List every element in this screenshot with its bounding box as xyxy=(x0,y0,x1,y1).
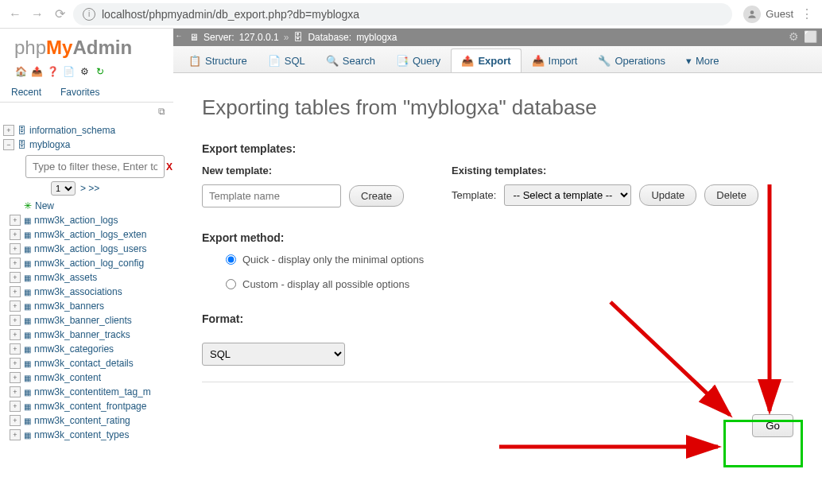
sidebar: phpMyAdmin 🏠 📤 ❓ 📄 ⚙ ↻ Recent Favorites … xyxy=(0,29,173,504)
tree-table[interactable]: +▦nmw3k_assets xyxy=(10,270,173,285)
tree-table[interactable]: +▦nmw3k_banners xyxy=(10,299,173,313)
table-icon: ▦ xyxy=(24,374,31,382)
tab-operations[interactable]: 🔧Operations xyxy=(587,48,676,72)
custom-option[interactable]: Custom - display all possible options xyxy=(226,278,793,290)
logout-icon[interactable]: 📤 xyxy=(30,65,43,78)
format-select[interactable]: SQL xyxy=(202,343,345,366)
tree-new[interactable]: ✳ New xyxy=(10,199,173,213)
tree-table[interactable]: +▦nmw3k_contentitem_tag_m xyxy=(10,385,173,399)
tree-table[interactable]: +▦nmw3k_content xyxy=(10,370,173,385)
expand-icon[interactable]: + xyxy=(10,372,21,383)
expand-icon[interactable]: + xyxy=(10,358,21,369)
tree-db-myblogxa[interactable]: − 🗄 myblogxa xyxy=(3,138,173,152)
settings-icon[interactable]: ⚙ xyxy=(78,65,91,78)
export-icon: 📤 xyxy=(461,55,474,67)
url-text: localhost/phpmyadmin/db_export.php?db=my… xyxy=(102,8,359,21)
tree-table[interactable]: +▦nmw3k_content_frontpage xyxy=(10,399,173,413)
address-bar[interactable]: i localhost/phpmyadmin/db_export.php?db=… xyxy=(73,3,732,25)
logo[interactable]: phpMyAdmin xyxy=(0,29,173,64)
gear-icon[interactable]: ⚙ xyxy=(789,30,799,43)
tree-table[interactable]: +▦nmw3k_banner_tracks xyxy=(10,328,173,342)
create-button[interactable]: Create xyxy=(349,185,404,207)
tree-table[interactable]: +▦nmw3k_categories xyxy=(10,342,173,356)
table-icon: ▦ xyxy=(24,417,31,425)
clear-filter[interactable]: X xyxy=(166,161,173,173)
expand-icon[interactable]: + xyxy=(10,315,21,326)
docs-icon[interactable]: ❓ xyxy=(46,65,59,78)
menu-button[interactable]: ⋮ xyxy=(798,6,816,23)
table-icon: ▦ xyxy=(24,273,31,282)
tree-table[interactable]: +▦nmw3k_content_rating xyxy=(10,413,173,428)
expand-icon[interactable]: + xyxy=(10,401,21,412)
tab-recent[interactable]: Recent xyxy=(3,83,49,102)
tab-search[interactable]: 🔍Search xyxy=(316,48,386,72)
table-icon: ▦ xyxy=(24,302,31,311)
expand-icon[interactable]: + xyxy=(10,415,21,426)
tree-db-info-schema[interactable]: + 🗄 information_schema xyxy=(3,123,173,138)
method-header: Export method: xyxy=(202,231,793,244)
tree-table[interactable]: +▦nmw3k_contact_details xyxy=(10,356,173,370)
server-link[interactable]: 127.0.0.1 xyxy=(239,32,279,43)
tree-table[interactable]: +▦nmw3k_content_types xyxy=(10,428,173,442)
link-icon[interactable]: ⧉ xyxy=(0,103,173,120)
help-icon[interactable]: ⬜ xyxy=(804,30,817,43)
tree-table[interactable]: +▦nmw3k_action_logs xyxy=(10,213,173,227)
expand-icon[interactable]: + xyxy=(10,286,21,297)
reload-icon[interactable]: ↻ xyxy=(94,65,107,78)
table-icon: ▦ xyxy=(24,231,31,239)
pager-next[interactable]: > >> xyxy=(80,183,99,194)
tree-table[interactable]: +▦nmw3k_associations xyxy=(10,285,173,299)
page-select[interactable]: 1 xyxy=(51,181,76,196)
back-button[interactable]: ← xyxy=(6,6,24,23)
tab-sql[interactable]: 📄SQL xyxy=(258,48,316,72)
tree-table[interactable]: +▦nmw3k_action_logs_exten xyxy=(10,227,173,242)
collapse-icon[interactable]: − xyxy=(3,139,14,150)
forward-button[interactable]: → xyxy=(29,6,46,23)
tab-export[interactable]: 📤Export xyxy=(451,48,521,72)
update-button[interactable]: Update xyxy=(639,184,696,206)
site-info-icon[interactable]: i xyxy=(83,8,95,21)
content-area: ← 🖥 Server: 127.0.0.1 » 🗄 Database: mybl… xyxy=(173,29,822,504)
top-tabs: 📋Structure 📄SQL 🔍Search 📑Query 📤Export 📥… xyxy=(173,46,822,73)
collapse-sidebar[interactable]: ← xyxy=(173,29,184,43)
reload-button[interactable]: ⟳ xyxy=(51,6,68,23)
expand-icon[interactable]: + xyxy=(10,243,21,254)
tab-favorites[interactable]: Favorites xyxy=(52,83,107,102)
template-name-input[interactable] xyxy=(202,184,341,207)
sidebar-tabs: Recent Favorites xyxy=(0,83,173,103)
expand-icon[interactable]: + xyxy=(10,300,21,312)
tree-table[interactable]: +▦nmw3k_banner_clients xyxy=(10,313,173,328)
custom-radio[interactable] xyxy=(226,279,236,289)
expand-icon[interactable]: + xyxy=(10,272,21,283)
expand-icon[interactable]: + xyxy=(10,429,21,440)
tab-structure[interactable]: 📋Structure xyxy=(178,48,258,72)
expand-icon[interactable]: + xyxy=(10,343,21,355)
expand-icon[interactable]: + xyxy=(10,229,21,240)
export-panel: Exporting tables from "myblogxa" databas… xyxy=(173,73,822,504)
tab-more[interactable]: ▾More xyxy=(676,48,730,72)
table-icon: ▦ xyxy=(24,259,31,268)
tab-import[interactable]: 📥Import xyxy=(522,48,588,72)
db-link[interactable]: myblogxa xyxy=(356,32,397,43)
quick-radio[interactable] xyxy=(226,254,236,265)
expand-icon[interactable]: + xyxy=(10,258,21,269)
go-button[interactable]: Go xyxy=(752,414,793,437)
filter-input[interactable] xyxy=(25,155,165,178)
tree-table[interactable]: +▦nmw3k_action_log_config xyxy=(10,256,173,270)
template-select[interactable]: -- Select a template -- xyxy=(504,184,631,206)
tree-table[interactable]: +▦nmw3k_action_logs_users xyxy=(10,242,173,256)
expand-icon[interactable]: + xyxy=(10,329,21,340)
home-icon[interactable]: 🏠 xyxy=(14,65,27,78)
delete-button[interactable]: Delete xyxy=(704,184,758,206)
profile-chip[interactable]: Guest xyxy=(743,6,793,23)
templates-header: Export templates: xyxy=(202,142,793,155)
quick-option[interactable]: Quick - display only the minimal options xyxy=(226,254,793,266)
tab-query[interactable]: 📑Query xyxy=(386,48,451,72)
table-filter: X xyxy=(25,155,173,178)
db-icon: 🗄 xyxy=(17,140,26,149)
browser-toolbar: ← → ⟳ i localhost/phpmyadmin/db_export.p… xyxy=(0,0,822,29)
expand-icon[interactable]: + xyxy=(3,125,14,136)
expand-icon[interactable]: + xyxy=(10,386,21,397)
sql-icon[interactable]: 📄 xyxy=(62,65,75,78)
expand-icon[interactable]: + xyxy=(10,215,21,226)
